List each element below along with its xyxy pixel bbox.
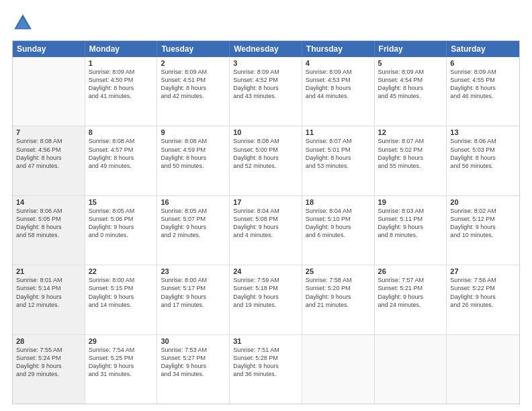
day-number: 21 <box>16 267 81 275</box>
cal-cell-2-2: 16Sunrise: 8:05 AMSunset: 5:07 PMDayligh… <box>157 196 230 265</box>
cal-cell-4-2: 30Sunrise: 7:53 AMSunset: 5:27 PMDayligh… <box>157 335 230 404</box>
cal-cell-0-2: 2Sunrise: 8:09 AMSunset: 4:51 PMDaylight… <box>157 57 230 126</box>
cal-cell-1-1: 8Sunrise: 8:08 AMSunset: 4:57 PMDaylight… <box>85 126 158 195</box>
day-number: 3 <box>233 59 298 67</box>
cal-cell-4-4 <box>302 335 375 404</box>
day-number: 17 <box>233 198 298 206</box>
day-number: 19 <box>378 198 443 206</box>
cal-header-thursday: Thursday <box>302 41 375 57</box>
cal-cell-2-6: 20Sunrise: 8:02 AMSunset: 5:12 PMDayligh… <box>447 196 519 265</box>
day-info: Sunrise: 7:51 AMSunset: 5:28 PMDaylight:… <box>233 346 298 379</box>
calendar-header-row: SundayMondayTuesdayWednesdayThursdayFrid… <box>13 41 519 57</box>
day-number: 20 <box>450 198 516 206</box>
day-number: 13 <box>450 128 516 136</box>
day-info: Sunrise: 8:09 AMSunset: 4:52 PMDaylight:… <box>233 68 298 101</box>
day-number: 30 <box>161 337 226 345</box>
cal-row-4: 28Sunrise: 7:55 AMSunset: 5:24 PMDayligh… <box>13 335 519 404</box>
day-info: Sunrise: 7:56 AMSunset: 5:22 PMDaylight:… <box>450 276 516 309</box>
cal-cell-2-3: 17Sunrise: 8:04 AMSunset: 5:08 PMDayligh… <box>230 196 302 265</box>
day-info: Sunrise: 8:05 AMSunset: 5:06 PMDaylight:… <box>89 207 154 240</box>
cal-cell-3-2: 23Sunrise: 8:00 AMSunset: 5:17 PMDayligh… <box>157 265 230 334</box>
day-info: Sunrise: 8:07 AMSunset: 5:02 PMDaylight:… <box>378 137 443 170</box>
calendar: SundayMondayTuesdayWednesdayThursdayFrid… <box>12 40 520 404</box>
day-info: Sunrise: 8:00 AMSunset: 5:17 PMDaylight:… <box>161 276 226 309</box>
day-number: 1 <box>89 59 154 67</box>
day-number: 8 <box>89 128 154 136</box>
cal-row-0: 1Sunrise: 8:09 AMSunset: 4:50 PMDaylight… <box>13 57 519 126</box>
cal-cell-3-0: 21Sunrise: 8:01 AMSunset: 5:14 PMDayligh… <box>13 265 85 334</box>
day-info: Sunrise: 8:06 AMSunset: 5:03 PMDaylight:… <box>450 137 516 170</box>
day-info: Sunrise: 8:05 AMSunset: 5:07 PMDaylight:… <box>161 207 226 240</box>
day-info: Sunrise: 8:08 AMSunset: 5:00 PMDaylight:… <box>233 137 298 170</box>
calendar-body: 1Sunrise: 8:09 AMSunset: 4:50 PMDaylight… <box>13 57 519 404</box>
day-info: Sunrise: 7:57 AMSunset: 5:21 PMDaylight:… <box>378 276 443 309</box>
day-number: 11 <box>306 128 371 136</box>
day-info: Sunrise: 8:04 AMSunset: 5:10 PMDaylight:… <box>306 207 371 240</box>
day-number: 22 <box>89 267 154 275</box>
day-number: 5 <box>378 59 443 67</box>
day-info: Sunrise: 8:06 AMSunset: 5:05 PMDaylight:… <box>16 207 81 240</box>
day-info: Sunrise: 8:08 AMSunset: 4:57 PMDaylight:… <box>89 137 154 170</box>
day-number: 6 <box>450 59 516 67</box>
cal-cell-4-3: 31Sunrise: 7:51 AMSunset: 5:28 PMDayligh… <box>230 335 302 404</box>
cal-cell-0-1: 1Sunrise: 8:09 AMSunset: 4:50 PMDaylight… <box>85 57 158 126</box>
day-number: 14 <box>16 198 81 206</box>
logo-icon <box>12 12 34 34</box>
cal-cell-3-1: 22Sunrise: 8:00 AMSunset: 5:15 PMDayligh… <box>85 265 158 334</box>
day-number: 18 <box>306 198 371 206</box>
day-info: Sunrise: 7:55 AMSunset: 5:24 PMDaylight:… <box>16 346 81 379</box>
cal-cell-1-5: 12Sunrise: 8:07 AMSunset: 5:02 PMDayligh… <box>375 126 447 195</box>
day-info: Sunrise: 7:58 AMSunset: 5:20 PMDaylight:… <box>306 276 371 309</box>
day-info: Sunrise: 8:04 AMSunset: 5:08 PMDaylight:… <box>233 207 298 240</box>
cal-row-3: 21Sunrise: 8:01 AMSunset: 5:14 PMDayligh… <box>13 265 519 334</box>
cal-cell-4-6 <box>447 335 519 404</box>
day-info: Sunrise: 8:09 AMSunset: 4:55 PMDaylight:… <box>450 68 516 101</box>
cal-header-monday: Monday <box>85 41 158 57</box>
day-info: Sunrise: 8:08 AMSunset: 4:59 PMDaylight:… <box>161 137 226 170</box>
day-number: 29 <box>89 337 154 345</box>
cal-cell-3-5: 26Sunrise: 7:57 AMSunset: 5:21 PMDayligh… <box>375 265 447 334</box>
day-number: 23 <box>161 267 226 275</box>
day-info: Sunrise: 8:02 AMSunset: 5:12 PMDaylight:… <box>450 207 516 240</box>
cal-cell-0-4: 4Sunrise: 8:09 AMSunset: 4:53 PMDaylight… <box>302 57 375 126</box>
cal-cell-1-3: 10Sunrise: 8:08 AMSunset: 5:00 PMDayligh… <box>230 126 302 195</box>
cal-cell-4-5 <box>375 335 447 404</box>
cal-cell-1-0: 7Sunrise: 8:08 AMSunset: 4:56 PMDaylight… <box>13 126 85 195</box>
logo <box>12 12 38 34</box>
cal-cell-0-0 <box>13 57 85 126</box>
cal-header-wednesday: Wednesday <box>230 41 302 57</box>
day-number: 9 <box>161 128 226 136</box>
cal-header-friday: Friday <box>375 41 447 57</box>
cal-cell-0-3: 3Sunrise: 8:09 AMSunset: 4:52 PMDaylight… <box>230 57 302 126</box>
day-info: Sunrise: 7:53 AMSunset: 5:27 PMDaylight:… <box>161 346 226 379</box>
cal-cell-1-6: 13Sunrise: 8:06 AMSunset: 5:03 PMDayligh… <box>447 126 519 195</box>
day-number: 15 <box>89 198 154 206</box>
cal-cell-4-1: 29Sunrise: 7:54 AMSunset: 5:25 PMDayligh… <box>85 335 158 404</box>
day-number: 4 <box>306 59 371 67</box>
cal-header-tuesday: Tuesday <box>157 41 230 57</box>
cal-cell-3-3: 24Sunrise: 7:59 AMSunset: 5:18 PMDayligh… <box>230 265 302 334</box>
day-info: Sunrise: 8:09 AMSunset: 4:51 PMDaylight:… <box>161 68 226 101</box>
day-info: Sunrise: 8:09 AMSunset: 4:53 PMDaylight:… <box>306 68 371 101</box>
day-number: 7 <box>16 128 81 136</box>
day-number: 28 <box>16 337 81 345</box>
day-info: Sunrise: 7:54 AMSunset: 5:25 PMDaylight:… <box>89 346 154 379</box>
day-number: 25 <box>306 267 371 275</box>
cal-row-2: 14Sunrise: 8:06 AMSunset: 5:05 PMDayligh… <box>13 196 519 265</box>
day-info: Sunrise: 8:09 AMSunset: 4:54 PMDaylight:… <box>378 68 443 101</box>
day-info: Sunrise: 8:08 AMSunset: 4:56 PMDaylight:… <box>16 137 81 170</box>
cal-header-saturday: Saturday <box>447 41 519 57</box>
day-number: 24 <box>233 267 298 275</box>
cal-cell-0-5: 5Sunrise: 8:09 AMSunset: 4:54 PMDaylight… <box>375 57 447 126</box>
cal-cell-2-5: 19Sunrise: 8:03 AMSunset: 5:11 PMDayligh… <box>375 196 447 265</box>
day-info: Sunrise: 8:00 AMSunset: 5:15 PMDaylight:… <box>89 276 154 309</box>
page: SundayMondayTuesdayWednesdayThursdayFrid… <box>0 0 532 411</box>
day-info: Sunrise: 8:09 AMSunset: 4:50 PMDaylight:… <box>89 68 154 101</box>
day-number: 31 <box>233 337 298 345</box>
day-number: 16 <box>161 198 226 206</box>
day-info: Sunrise: 8:03 AMSunset: 5:11 PMDaylight:… <box>378 207 443 240</box>
day-info: Sunrise: 8:07 AMSunset: 5:01 PMDaylight:… <box>306 137 371 170</box>
cal-header-sunday: Sunday <box>13 41 85 57</box>
cal-cell-0-6: 6Sunrise: 8:09 AMSunset: 4:55 PMDaylight… <box>447 57 519 126</box>
cal-cell-2-4: 18Sunrise: 8:04 AMSunset: 5:10 PMDayligh… <box>302 196 375 265</box>
